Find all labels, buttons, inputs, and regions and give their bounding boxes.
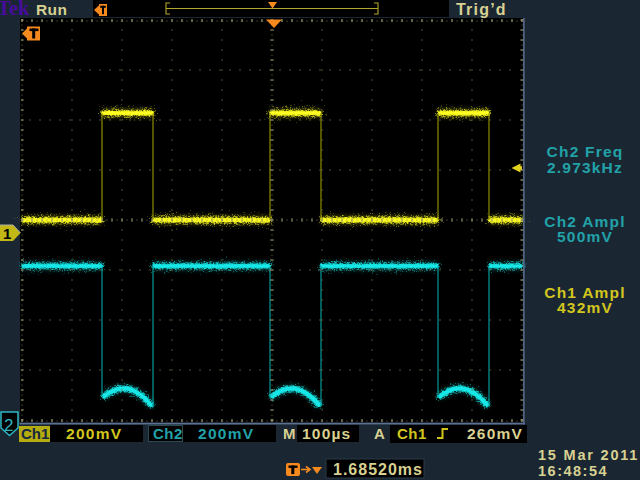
svg-text:Ch2: Ch2 [153,425,183,442]
svg-text:Trig’d: Trig’d [456,1,507,18]
svg-text:Run: Run [36,1,67,18]
svg-text:Ch1: Ch1 [397,425,427,442]
svg-text:2.973kHz: 2.973kHz [547,159,623,176]
svg-text:200mV: 200mV [66,425,122,442]
svg-text:Ch1: Ch1 [21,425,49,442]
svg-text:Tek: Tek [0,0,30,19]
svg-text:260mV: 260mV [467,425,523,442]
svg-text:2: 2 [4,416,13,435]
svg-text:100µs: 100µs [302,425,351,442]
svg-text:1: 1 [3,225,11,242]
svg-text:15 Mar 2011: 15 Mar 2011 [538,447,639,463]
svg-text:432mV: 432mV [557,299,613,316]
svg-text:A: A [374,425,385,442]
svg-text:1.68520ms: 1.68520ms [333,461,423,478]
svg-text:200mV: 200mV [198,425,254,442]
svg-text:M: M [283,425,296,442]
svg-text:500mV: 500mV [557,228,613,245]
svg-text:16:48:54: 16:48:54 [538,463,608,479]
svg-text:Ch2 Freq: Ch2 Freq [547,143,624,160]
